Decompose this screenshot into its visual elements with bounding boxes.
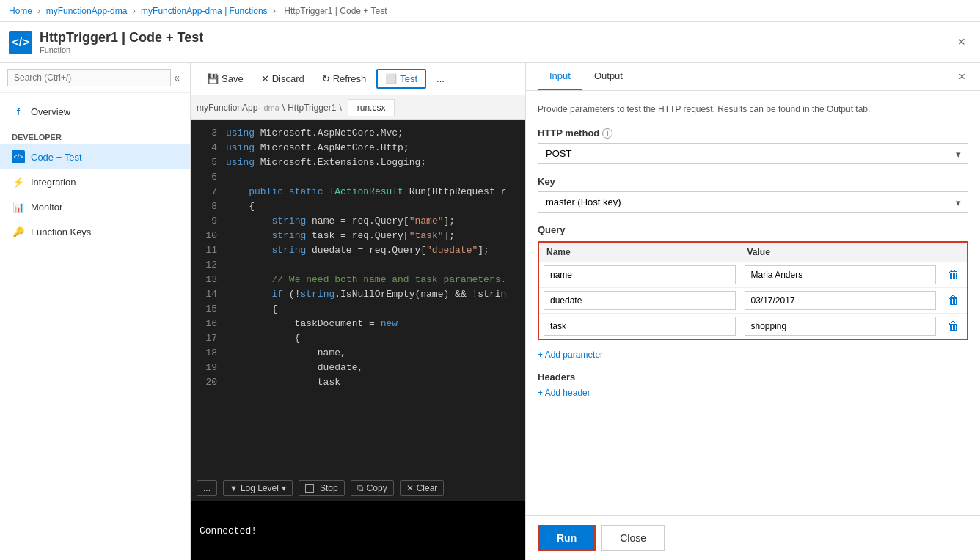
delete-row-button-2[interactable]: 🗑 bbox=[945, 317, 962, 336]
table-row: 🗑 bbox=[539, 288, 967, 314]
file-path: myFunctionApp- dma \ HttpTrigger1 \ bbox=[197, 103, 342, 113]
sidebar-item-function-keys[interactable]: 🔑 Function Keys bbox=[0, 219, 190, 244]
refresh-button[interactable]: ↻ Refresh bbox=[315, 70, 374, 87]
copy-label: Copy bbox=[367, 483, 387, 493]
sidebar-collapse-button[interactable]: « bbox=[171, 70, 183, 85]
code-line: 10 string task = req.Query["task"]; bbox=[191, 229, 525, 243]
sidebar-item-label-monitor: Monitor bbox=[31, 202, 62, 213]
right-panel: Input Output × Provide parameters to tes… bbox=[525, 63, 980, 560]
key-icon: 🔑 bbox=[12, 225, 25, 238]
panel-description: Provide parameters to test the HTTP requ… bbox=[538, 103, 968, 116]
test-label: Test bbox=[400, 73, 417, 84]
key-select-wrapper: master (Host key) default (Function key) bbox=[538, 191, 968, 213]
code-line: 20 task bbox=[191, 375, 525, 390]
http-method-label: HTTP method i bbox=[538, 128, 968, 139]
sidebar-item-label-integration: Integration bbox=[31, 177, 76, 188]
stop-label: Stop bbox=[320, 483, 338, 493]
sidebar-item-code-test[interactable]: </> Code + Test bbox=[0, 144, 190, 169]
search-input[interactable] bbox=[7, 69, 171, 86]
sidebar-item-label-overview: Overview bbox=[31, 106, 70, 117]
code-icon: </> bbox=[12, 150, 25, 163]
window-close-button[interactable]: × bbox=[951, 32, 971, 53]
key-select[interactable]: master (Host key) default (Function key) bbox=[538, 191, 968, 213]
sidebar: « f Overview Developer </> Code + Test ⚡… bbox=[0, 63, 191, 560]
panel-close-button[interactable]: × bbox=[956, 67, 968, 86]
query-value-input-0[interactable] bbox=[745, 265, 937, 284]
code-line: 18 name, bbox=[191, 346, 525, 361]
refresh-label: Refresh bbox=[333, 73, 367, 84]
function-icon: f bbox=[12, 105, 25, 118]
more-button[interactable]: ... bbox=[429, 70, 452, 87]
save-icon: 💾 bbox=[207, 73, 219, 84]
breadcrumb-app1[interactable]: myFunctionApp-dma bbox=[46, 6, 128, 16]
code-line: 14 if (!string.IsNullOrEmpty(name) && !s… bbox=[191, 287, 525, 302]
add-header-link[interactable]: + Add header bbox=[538, 388, 590, 398]
query-name-input-1[interactable] bbox=[544, 291, 736, 310]
tab-input[interactable]: Input bbox=[538, 63, 582, 90]
breadcrumb-app2[interactable]: myFunctionApp-dma | Functions bbox=[141, 6, 268, 16]
add-parameter-link[interactable]: + Add parameter bbox=[538, 350, 603, 360]
code-line: 7 public static IActionResult Run(HttpRe… bbox=[191, 185, 525, 199]
code-line: 15 { bbox=[191, 302, 525, 317]
sidebar-item-integration[interactable]: ⚡ Integration bbox=[0, 169, 190, 194]
code-line: 12 bbox=[191, 258, 525, 273]
headers-label: Headers bbox=[538, 372, 968, 383]
editor-toolbar: 💾 Save ✕ Discard ↻ Refresh ⬜ Test ... bbox=[191, 63, 525, 95]
query-name-input-0[interactable] bbox=[544, 265, 736, 284]
code-line: 16 taskDocument = new bbox=[191, 317, 525, 331]
query-value-input-2[interactable] bbox=[745, 317, 937, 336]
info-icon: i bbox=[602, 128, 612, 139]
close-panel-button[interactable]: Close bbox=[601, 525, 665, 551]
code-line: 6 bbox=[191, 170, 525, 185]
code-editor[interactable]: 3 using Microsoft.AspNetCore.Mvc; 4 usin… bbox=[191, 120, 525, 474]
log-bar: ... ▼ Log Level ▾ Stop ⧉ Copy bbox=[191, 474, 525, 501]
log-output: Connected! bbox=[191, 501, 525, 560]
breadcrumb-home[interactable]: Home bbox=[9, 6, 32, 16]
save-button[interactable]: 💾 Save bbox=[200, 70, 251, 87]
code-line: 8 { bbox=[191, 199, 525, 214]
stop-button[interactable]: Stop bbox=[299, 480, 345, 496]
copy-icon: ⧉ bbox=[357, 483, 364, 493]
run-button[interactable]: Run bbox=[538, 525, 596, 551]
chevron-down-icon: ▾ bbox=[282, 483, 286, 493]
discard-icon: ✕ bbox=[261, 73, 269, 84]
breadcrumb-bar: Home › myFunctionApp-dma › myFunctionApp… bbox=[0, 0, 980, 22]
sidebar-search-container: « bbox=[0, 63, 190, 93]
tab-output[interactable]: Output bbox=[582, 63, 635, 90]
code-line: 11 string duedate = req.Query["duedate"]… bbox=[191, 243, 525, 258]
table-row: 🗑 bbox=[539, 262, 967, 288]
code-line: 19 duedate, bbox=[191, 361, 525, 375]
sidebar-item-label-function-keys: Function Keys bbox=[31, 226, 91, 237]
delete-row-button-0[interactable]: 🗑 bbox=[945, 265, 962, 284]
window-title-bar: </> HttpTrigger1 | Code + Test Function … bbox=[0, 22, 980, 63]
discard-label: Discard bbox=[272, 73, 304, 84]
query-table: Name Value 🗑 bbox=[539, 243, 967, 339]
query-name-input-2[interactable] bbox=[544, 317, 736, 336]
log-level-label: Log Level bbox=[241, 483, 279, 493]
file-tabs: myFunctionApp- dma \ HttpTrigger1 \ run.… bbox=[191, 95, 525, 120]
code-line: 9 string name = req.Query["name"]; bbox=[191, 214, 525, 229]
file-tab-run-csx[interactable]: run.csx bbox=[348, 99, 395, 116]
more-icon: ... bbox=[436, 73, 445, 84]
test-button[interactable]: ⬜ Test bbox=[376, 69, 426, 89]
sidebar-item-monitor[interactable]: 📊 Monitor bbox=[0, 194, 190, 219]
key-label: Key bbox=[538, 176, 968, 187]
copy-button[interactable]: ⧉ Copy bbox=[351, 480, 394, 496]
col-value-header: Value bbox=[740, 243, 941, 262]
right-panel-content: Provide parameters to test the HTTP requ… bbox=[526, 91, 980, 515]
clear-label: Clear bbox=[417, 483, 438, 493]
query-value-input-1[interactable] bbox=[745, 291, 937, 310]
panel-footer: Run Close bbox=[526, 515, 980, 560]
log-text: Connected! bbox=[200, 526, 257, 537]
sidebar-section-developer: Developer bbox=[0, 124, 190, 144]
log-more-button[interactable]: ... bbox=[197, 480, 217, 496]
clear-button[interactable]: ✕ Clear bbox=[400, 480, 445, 496]
sidebar-item-overview[interactable]: f Overview bbox=[0, 99, 190, 124]
discard-button[interactable]: ✕ Discard bbox=[254, 70, 312, 87]
log-level-button[interactable]: ▼ Log Level ▾ bbox=[223, 480, 293, 496]
editor-area: 💾 Save ✕ Discard ↻ Refresh ⬜ Test ... bbox=[191, 63, 525, 560]
save-label: Save bbox=[222, 73, 244, 84]
page-title: HttpTrigger1 | Code + Test bbox=[40, 30, 203, 45]
http-method-select[interactable]: GET POST PUT DELETE PATCH bbox=[538, 143, 968, 164]
delete-row-button-1[interactable]: 🗑 bbox=[945, 291, 962, 310]
